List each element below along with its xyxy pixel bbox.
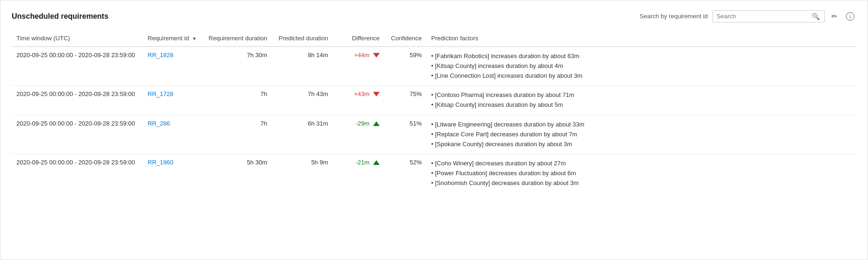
table-row: 2020-09-25 00:00:00 - 2020-09-28 23:59:0… [12, 115, 856, 154]
search-input[interactable] [717, 13, 811, 20]
factor-item: • [Snohomish County] decreases duration … [431, 178, 852, 188]
cell-difference: +43m [333, 86, 384, 115]
cell-pred-factors: • [Coho Winery] decreases duration by ab… [427, 154, 856, 193]
cell-difference: -29m [333, 115, 384, 154]
diff-arrow-up-icon [373, 160, 380, 165]
req-id-link[interactable]: RR_286 [148, 120, 170, 127]
cell-req-duration: 7h [204, 115, 272, 154]
search-box: 🔍 [712, 10, 825, 22]
col-header-time-window: Time window (UTC) [12, 31, 143, 47]
search-label: Search by requirement id [640, 13, 708, 20]
factor-item: • [Litware Engineering] decreases durati… [431, 120, 852, 130]
table-header-row: Time window (UTC) Requirement id ▼ Requi… [12, 31, 856, 47]
header-right: Search by requirement id 🔍 ✏ i [640, 10, 856, 22]
cell-confidence: 75% [384, 86, 427, 115]
cell-confidence: 59% [384, 47, 427, 86]
cell-pred-factors: • [Contoso Pharma] increases duration by… [427, 86, 856, 115]
cell-pred-duration: 7h 43m [272, 86, 333, 115]
diff-value: +44m [354, 52, 370, 59]
diff-value: -29m [356, 120, 370, 127]
cell-pred-factors: • [Fabrikam Robotics] increases duration… [427, 47, 856, 86]
page-title: Unscheduled requirements [12, 12, 108, 21]
factor-item: • [Line Connection Lost] increases durat… [431, 71, 852, 81]
cell-req-id: RR_1828 [143, 47, 204, 86]
col-header-difference: Difference [333, 31, 384, 47]
req-id-link[interactable]: RR_1828 [148, 52, 173, 59]
cell-pred-duration: 6h 31m [272, 115, 333, 154]
cell-confidence: 51% [384, 115, 427, 154]
cell-confidence: 52% [384, 154, 427, 193]
factor-item: • [Fabrikam Robotics] increases duration… [431, 52, 852, 61]
cell-pred-duration: 8h 14m [272, 47, 333, 86]
cell-pred-factors: • [Litware Engineering] decreases durati… [427, 115, 856, 154]
factor-item: • [Power Fluctuation] decreases duration… [431, 169, 852, 178]
col-header-pred-factors: Prediction factors [427, 31, 856, 47]
factor-item: • [Coho Winery] decreases duration by ab… [431, 159, 852, 169]
diff-arrow-down-icon [373, 53, 380, 58]
search-icon: 🔍 [812, 13, 820, 20]
col-header-req-id[interactable]: Requirement id ▼ [143, 31, 204, 47]
factor-item: • [Replace Core Part] decreases duration… [431, 130, 852, 140]
factor-item: • [Spokane County] decreases duration by… [431, 140, 852, 149]
requirements-table: Time window (UTC) Requirement id ▼ Requi… [12, 31, 856, 193]
req-id-link[interactable]: RR_1960 [148, 159, 173, 166]
col-header-confidence: Confidence [384, 31, 427, 47]
table-row: 2020-09-25 00:00:00 - 2020-09-28 23:59:0… [12, 86, 856, 115]
factor-item: • [Kitsap County] increases duration by … [431, 61, 852, 71]
edit-icon: ✏ [831, 12, 838, 20]
cell-pred-duration: 5h 9m [272, 154, 333, 193]
cell-req-duration: 7h 30m [204, 47, 272, 86]
cell-time-window: 2020-09-25 00:00:00 - 2020-09-28 23:59:0… [12, 154, 143, 193]
cell-difference: +44m [333, 47, 384, 86]
edit-button[interactable]: ✏ [830, 10, 839, 22]
table-row: 2020-09-25 00:00:00 - 2020-09-28 23:59:0… [12, 154, 856, 193]
diff-arrow-up-icon [373, 121, 380, 126]
table-row: 2020-09-25 00:00:00 - 2020-09-28 23:59:0… [12, 47, 856, 86]
cell-req-id: RR_286 [143, 115, 204, 154]
cell-req-id: RR_1960 [143, 154, 204, 193]
cell-difference: -21m [333, 154, 384, 193]
info-icon: i [846, 12, 854, 21]
cell-time-window: 2020-09-25 00:00:00 - 2020-09-28 23:59:0… [12, 86, 143, 115]
header-row: Unscheduled requirements Search by requi… [12, 10, 856, 22]
info-button[interactable]: i [844, 10, 856, 22]
cell-time-window: 2020-09-25 00:00:00 - 2020-09-28 23:59:0… [12, 47, 143, 86]
search-icon-button[interactable]: 🔍 [811, 13, 821, 20]
diff-value: +43m [354, 90, 370, 97]
col-header-req-duration: Requirement duration [204, 31, 272, 47]
sort-arrow-icon: ▼ [192, 36, 197, 41]
col-header-pred-duration: Predicted duration [272, 31, 333, 47]
cell-time-window: 2020-09-25 00:00:00 - 2020-09-28 23:59:0… [12, 115, 143, 154]
factor-item: • [Kitsap County] increases duration by … [431, 100, 852, 110]
cell-req-id: RR_1728 [143, 86, 204, 115]
table-wrapper: Time window (UTC) Requirement id ▼ Requi… [12, 31, 856, 193]
cell-req-duration: 5h 30m [204, 154, 272, 193]
diff-value: -21m [356, 159, 370, 166]
factor-item: • [Contoso Pharma] increases duration by… [431, 90, 852, 100]
cell-req-duration: 7h [204, 86, 272, 115]
diff-arrow-down-icon [373, 92, 380, 97]
req-id-link[interactable]: RR_1728 [148, 90, 173, 97]
